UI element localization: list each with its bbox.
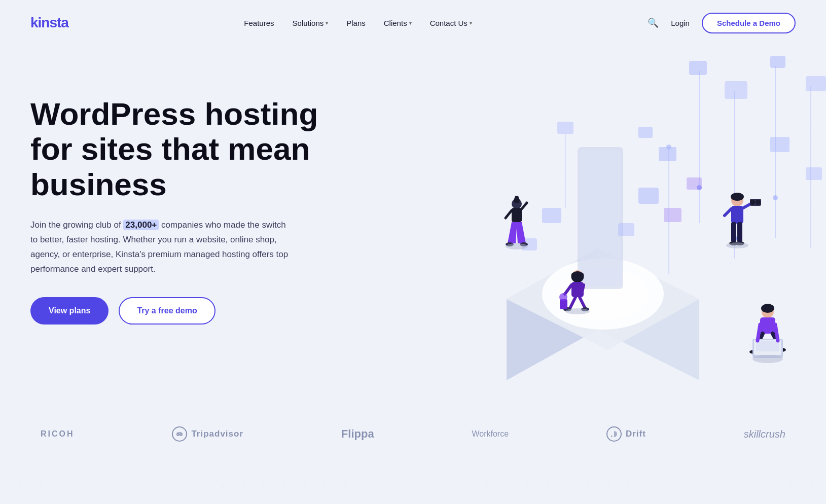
svg-rect-22 <box>638 188 659 204</box>
hero-content: WordPress hosting for sites that mean bu… <box>30 76 335 325</box>
svg-line-40 <box>582 285 584 294</box>
highlight-count: 23,000+ <box>123 220 159 230</box>
svg-point-81 <box>177 434 178 435</box>
svg-point-60 <box>726 242 748 248</box>
solutions-dropdown-arrow: ▾ <box>326 20 328 26</box>
brand-tripadvisor[interactable]: Tripadvisor <box>172 426 243 442</box>
brand-drift[interactable]: Drift <box>606 426 646 442</box>
search-button[interactable]: 🔍 <box>648 17 659 28</box>
drift-logo-icon <box>610 430 618 438</box>
header-actions: 🔍 Login Schedule a Demo <box>648 13 796 33</box>
brand-workforce[interactable]: Workforce <box>472 429 509 439</box>
brand-flippa[interactable]: Flippa <box>341 427 374 441</box>
search-icon: 🔍 <box>648 18 659 28</box>
nav-plans[interactable]: Plans <box>346 19 366 27</box>
svg-rect-51 <box>731 222 736 242</box>
login-button[interactable]: Login <box>671 19 690 27</box>
svg-rect-13 <box>770 137 789 152</box>
header: kinsta Features Solutions ▾ Plans Client… <box>0 0 826 46</box>
svg-rect-2 <box>770 56 785 68</box>
svg-rect-70 <box>756 341 779 351</box>
svg-point-58 <box>750 200 755 205</box>
hero-buttons: View plans Try a free demo <box>30 297 335 325</box>
tripadvisor-owl-icon <box>175 429 184 439</box>
svg-point-49 <box>731 193 744 201</box>
view-plans-button[interactable]: View plans <box>30 297 109 325</box>
svg-rect-0 <box>689 61 707 75</box>
svg-point-47 <box>565 308 590 314</box>
svg-point-9 <box>773 195 778 200</box>
brands-bar: RICOH Tripadvisor Flippa Workforce Drift… <box>0 411 826 457</box>
svg-point-36 <box>506 243 528 249</box>
svg-line-31 <box>506 210 512 218</box>
svg-point-29 <box>515 196 519 200</box>
svg-rect-24 <box>618 223 634 236</box>
illustration-svg <box>405 46 826 441</box>
svg-point-62 <box>761 304 774 313</box>
free-demo-button[interactable]: Try a free demo <box>119 297 215 325</box>
logo[interactable]: kinsta <box>30 15 68 31</box>
svg-point-82 <box>181 434 182 435</box>
svg-point-46 <box>559 293 567 301</box>
svg-line-32 <box>522 203 527 209</box>
svg-rect-23 <box>664 208 681 222</box>
nav-solutions[interactable]: Solutions ▾ <box>293 19 329 27</box>
clients-dropdown-arrow: ▾ <box>409 20 412 26</box>
hero-title: WordPress hosting for sites that mean bu… <box>30 96 335 202</box>
hero-description: Join the growing club of 23,000+ compani… <box>30 218 289 277</box>
hero-illustration <box>380 46 826 441</box>
svg-rect-14 <box>806 167 822 180</box>
svg-rect-25 <box>542 208 561 223</box>
svg-rect-1 <box>725 81 747 99</box>
svg-rect-63 <box>760 317 775 334</box>
schedule-demo-button[interactable]: Schedule a Demo <box>702 13 796 33</box>
tripadvisor-icon <box>172 426 187 442</box>
svg-rect-21 <box>580 150 621 286</box>
main-nav: Features Solutions ▾ Plans Clients ▾ Con… <box>244 19 472 27</box>
svg-line-72 <box>775 325 778 341</box>
svg-marker-33 <box>508 222 526 243</box>
svg-rect-77 <box>557 122 573 134</box>
nav-clients[interactable]: Clients ▾ <box>384 19 412 27</box>
svg-rect-3 <box>806 76 826 91</box>
brand-ricoh[interactable]: RICOH <box>41 429 75 439</box>
svg-point-59 <box>756 200 761 205</box>
svg-rect-12 <box>687 177 702 190</box>
svg-rect-50 <box>731 206 743 224</box>
svg-line-71 <box>758 325 760 341</box>
contact-dropdown-arrow: ▾ <box>470 20 472 26</box>
svg-rect-30 <box>512 208 522 222</box>
brand-skillcrush[interactable]: skillcrush <box>744 428 785 440</box>
drift-icon <box>606 426 622 442</box>
svg-rect-74 <box>638 127 653 138</box>
nav-features[interactable]: Features <box>244 19 274 27</box>
svg-point-73 <box>752 355 783 363</box>
svg-line-55 <box>725 209 731 215</box>
nav-contact[interactable]: Contact Us ▾ <box>430 19 472 27</box>
hero-section: WordPress hosting for sites that mean bu… <box>0 46 826 411</box>
svg-rect-52 <box>737 222 742 242</box>
